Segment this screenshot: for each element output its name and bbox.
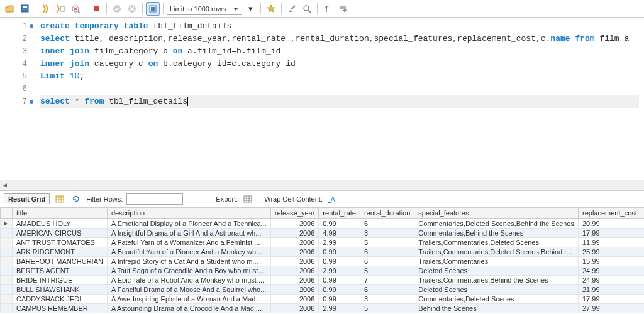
beautify-icon[interactable]	[264, 2, 278, 16]
column-header[interactable]: release_year	[270, 208, 319, 219]
cell[interactable]: Trailers,Commentaries	[414, 257, 579, 266]
cell[interactable]: Action	[641, 304, 644, 313]
cell[interactable]: 11.99	[578, 238, 641, 247]
cell[interactable]: Behind the Scenes	[414, 304, 579, 313]
cell[interactable]: A Astounding Drama of a Crocodile And a …	[107, 304, 270, 313]
code-line[interactable]	[40, 83, 639, 95]
cell[interactable]: AMADEUS HOLY	[13, 219, 108, 229]
column-header[interactable]: replacement_cost	[578, 208, 641, 219]
cell[interactable]: 3	[360, 295, 414, 304]
column-header[interactable]: description	[107, 208, 270, 219]
cell[interactable]: 6	[360, 219, 414, 229]
cell[interactable]: 5	[360, 238, 414, 247]
table-row[interactable]: CAMPUS REMEMBERA Astounding Drama of a C…	[1, 304, 645, 313]
table-row[interactable]: BAREFOOT MANCHURIANA Intrepid Story of a…	[1, 257, 645, 266]
cell[interactable]: CAMPUS REMEMBER	[13, 304, 108, 313]
cell[interactable]: Deleted Scenes	[414, 285, 579, 295]
cell[interactable]: 2006	[270, 276, 319, 285]
commit-icon[interactable]	[110, 2, 124, 16]
cell[interactable]: 0.99	[319, 257, 360, 266]
cell[interactable]: BRIDE INTRIGUE	[13, 276, 108, 285]
horizontal-scrollbar[interactable]: ◄	[0, 180, 644, 190]
table-row[interactable]: ▸AMADEUS HOLYA Emotional Display of a Pi…	[1, 219, 645, 229]
cell[interactable]: A Beautiful Yarn of a Pioneer And a Monk…	[107, 247, 270, 257]
cell[interactable]: 20.99	[578, 219, 641, 229]
cell[interactable]: ANTITRUST TOMATOES	[13, 238, 108, 247]
table-row[interactable]: AMERICAN CIRCUSA Insightful Drama of a G…	[1, 229, 645, 238]
code-area[interactable]: create temporary table tbl_film_detailss…	[31, 18, 644, 180]
cell[interactable]: 27.99	[578, 304, 641, 313]
cell[interactable]: 2.99	[319, 238, 360, 247]
brush-icon[interactable]	[285, 2, 299, 16]
cell[interactable]: 25.99	[578, 247, 641, 257]
cell[interactable]: A Emotional Display of a Pioneer And a T…	[107, 219, 270, 229]
column-header[interactable]: rental_rate	[319, 208, 360, 219]
column-header[interactable]: special_features	[414, 208, 579, 219]
cell[interactable]: 6	[360, 257, 414, 266]
cell[interactable]: 6	[360, 247, 414, 257]
cell[interactable]: A Epic Tale of a Robot And a Monkey who …	[107, 276, 270, 285]
table-row[interactable]: BULL SHAWSHANKA Fanciful Drama of a Moos…	[1, 285, 645, 295]
cell[interactable]: 7	[360, 276, 414, 285]
explain-icon[interactable]	[69, 2, 82, 16]
cell[interactable]: 24.99	[578, 266, 641, 276]
cell[interactable]: Action	[641, 285, 644, 295]
cell[interactable]: Action	[641, 276, 644, 285]
table-row[interactable]: BRIDE INTRIGUEA Epic Tale of a Robot And…	[1, 276, 645, 285]
cell[interactable]: Commentaries,Behind the Scenes	[414, 229, 579, 238]
cell[interactable]: 15.99	[578, 257, 641, 266]
cell[interactable]: A Insightful Drama of a Girl And a Astro…	[107, 229, 270, 238]
cell[interactable]: 6	[360, 285, 414, 295]
cell[interactable]: 0.99	[319, 276, 360, 285]
cell[interactable]: ARK RIDGEMONT	[13, 247, 108, 257]
code-line[interactable]: create temporary table tbl_film_details	[40, 20, 639, 33]
column-header[interactable]: rental_duration	[360, 208, 414, 219]
cell[interactable]: Trailers,Commentaries,Behind the Scenes	[414, 276, 579, 285]
cell[interactable]: 2006	[270, 238, 319, 247]
cell[interactable]: Action	[641, 229, 644, 238]
result-grid-tab[interactable]: Result Grid	[4, 193, 50, 204]
cell[interactable]: 2006	[270, 285, 319, 295]
cell[interactable]: BAREFOOT MANCHURIAN	[13, 257, 108, 266]
cell[interactable]: Action	[641, 295, 644, 304]
table-row[interactable]: BERETS AGENTA Taut Saga of a Crocodile A…	[1, 266, 645, 276]
cell[interactable]: 24.99	[578, 276, 641, 285]
cell[interactable]: 2006	[270, 229, 319, 238]
cell[interactable]: 17.99	[578, 295, 641, 304]
cell[interactable]: Trailers,Commentaries,Deleted Scenes	[414, 238, 579, 247]
table-row[interactable]: ARK RIDGEMONTA Beautiful Yarn of a Pione…	[1, 247, 645, 257]
cell[interactable]: A Awe-Inspiring Epistle of a Woman And a…	[107, 295, 270, 304]
cell[interactable]: 2006	[270, 304, 319, 313]
limit-rows-dropdown[interactable]: Limit to 1000 rows	[167, 3, 242, 15]
filter-rows-input[interactable]	[126, 193, 183, 205]
table-row[interactable]: CADDYSHACK JEDIA Awe-Inspiring Epistle o…	[1, 295, 645, 304]
export-icon[interactable]	[242, 193, 254, 205]
code-line[interactable]: inner join category c on b.category_id=c…	[40, 58, 639, 70]
cell[interactable]: Action	[641, 238, 644, 247]
cell[interactable]: 0.99	[319, 285, 360, 295]
code-line[interactable]: inner join film_category b on a.film_id=…	[40, 45, 639, 58]
grid-view-icon[interactable]	[53, 193, 66, 205]
cell[interactable]: CADDYSHACK JEDI	[13, 295, 108, 304]
code-line[interactable]: select title, description,release_year,r…	[40, 33, 639, 45]
cell[interactable]: Action	[641, 219, 644, 229]
cell[interactable]: A Fateful Yarn of a Womanizer And a Femi…	[107, 238, 270, 247]
cell[interactable]: Trailers,Commentaries,Deleted Scenes,Beh…	[414, 247, 579, 257]
cell[interactable]: 2006	[270, 219, 319, 229]
scroll-left-icon[interactable]: ◄	[0, 181, 10, 188]
cell[interactable]: 5	[360, 266, 414, 276]
stop-icon[interactable]	[89, 2, 103, 16]
cell[interactable]: 21.99	[578, 285, 641, 295]
cell[interactable]: 17.99	[578, 229, 641, 238]
cell[interactable]: A Fanciful Drama of a Moose And a Squirr…	[107, 285, 270, 295]
rollback-icon[interactable]	[125, 2, 139, 16]
cell[interactable]: 2006	[270, 295, 319, 304]
find-icon[interactable]	[300, 2, 314, 16]
sql-editor[interactable]: 1234567 create temporary table tbl_film_…	[0, 18, 644, 180]
cell[interactable]: Action	[641, 257, 644, 266]
execute-current-icon[interactable]	[53, 2, 67, 16]
cell[interactable]: 2.99	[319, 304, 360, 313]
cell[interactable]: 3	[360, 229, 414, 238]
cell[interactable]: 2006	[270, 257, 319, 266]
execute-icon[interactable]	[38, 2, 52, 16]
